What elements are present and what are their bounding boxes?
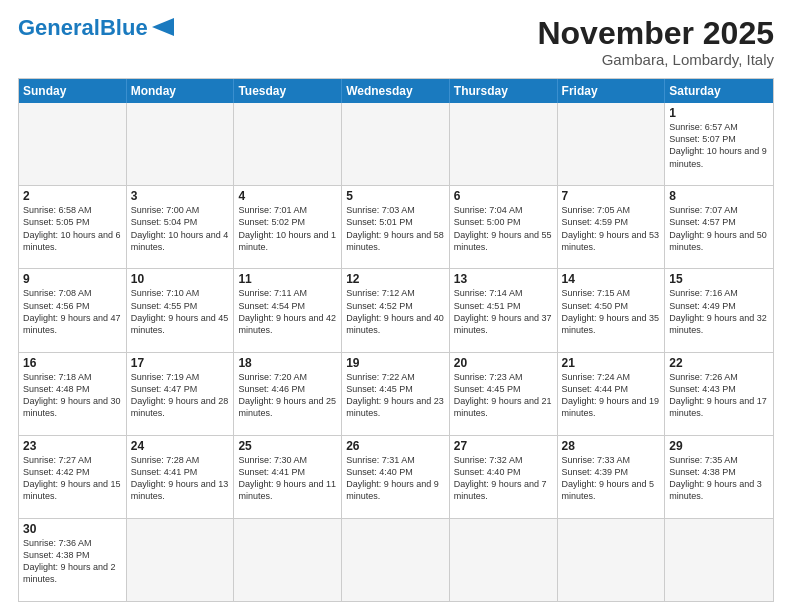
day-info: Sunrise: 7:23 AM Sunset: 4:45 PM Dayligh… (454, 371, 553, 420)
day-number: 29 (669, 439, 769, 453)
calendar-cell: 20Sunrise: 7:23 AM Sunset: 4:45 PM Dayli… (450, 353, 558, 435)
day-info: Sunrise: 7:20 AM Sunset: 4:46 PM Dayligh… (238, 371, 337, 420)
calendar-cell: 1Sunrise: 6:57 AM Sunset: 5:07 PM Daylig… (665, 103, 773, 185)
day-info: Sunrise: 7:12 AM Sunset: 4:52 PM Dayligh… (346, 287, 445, 336)
calendar-cell (127, 519, 235, 601)
day-info: Sunrise: 7:31 AM Sunset: 4:40 PM Dayligh… (346, 454, 445, 503)
day-info: Sunrise: 7:01 AM Sunset: 5:02 PM Dayligh… (238, 204, 337, 253)
day-info: Sunrise: 7:28 AM Sunset: 4:41 PM Dayligh… (131, 454, 230, 503)
calendar-cell (450, 103, 558, 185)
calendar-cell: 7Sunrise: 7:05 AM Sunset: 4:59 PM Daylig… (558, 186, 666, 268)
day-number: 21 (562, 356, 661, 370)
location: Gambara, Lombardy, Italy (537, 51, 774, 68)
day-number: 19 (346, 356, 445, 370)
day-number: 15 (669, 272, 769, 286)
day-info: Sunrise: 7:14 AM Sunset: 4:51 PM Dayligh… (454, 287, 553, 336)
calendar-cell (234, 519, 342, 601)
calendar-row: 30Sunrise: 7:36 AM Sunset: 4:38 PM Dayli… (19, 518, 773, 601)
calendar-cell (558, 103, 666, 185)
day-number: 10 (131, 272, 230, 286)
day-number: 22 (669, 356, 769, 370)
day-info: Sunrise: 7:27 AM Sunset: 4:42 PM Dayligh… (23, 454, 122, 503)
calendar-cell: 21Sunrise: 7:24 AM Sunset: 4:44 PM Dayli… (558, 353, 666, 435)
day-info: Sunrise: 7:30 AM Sunset: 4:41 PM Dayligh… (238, 454, 337, 503)
weekday-header: Friday (558, 79, 666, 103)
day-info: Sunrise: 7:19 AM Sunset: 4:47 PM Dayligh… (131, 371, 230, 420)
day-info: Sunrise: 7:05 AM Sunset: 4:59 PM Dayligh… (562, 204, 661, 253)
calendar-row: 9Sunrise: 7:08 AM Sunset: 4:56 PM Daylig… (19, 268, 773, 351)
day-number: 30 (23, 522, 122, 536)
day-number: 9 (23, 272, 122, 286)
day-info: Sunrise: 7:11 AM Sunset: 4:54 PM Dayligh… (238, 287, 337, 336)
calendar-cell: 6Sunrise: 7:04 AM Sunset: 5:00 PM Daylig… (450, 186, 558, 268)
weekday-header: Tuesday (234, 79, 342, 103)
day-info: Sunrise: 7:07 AM Sunset: 4:57 PM Dayligh… (669, 204, 769, 253)
calendar-cell: 10Sunrise: 7:10 AM Sunset: 4:55 PM Dayli… (127, 269, 235, 351)
calendar-cell (342, 519, 450, 601)
logo-general: General (18, 15, 100, 40)
day-number: 25 (238, 439, 337, 453)
logo-blue: Blue (100, 15, 148, 40)
calendar-cell (19, 103, 127, 185)
day-info: Sunrise: 7:32 AM Sunset: 4:40 PM Dayligh… (454, 454, 553, 503)
calendar-cell: 13Sunrise: 7:14 AM Sunset: 4:51 PM Dayli… (450, 269, 558, 351)
calendar-cell: 15Sunrise: 7:16 AM Sunset: 4:49 PM Dayli… (665, 269, 773, 351)
calendar-cell (450, 519, 558, 601)
weekday-header: Monday (127, 79, 235, 103)
calendar-row: 23Sunrise: 7:27 AM Sunset: 4:42 PM Dayli… (19, 435, 773, 518)
day-number: 4 (238, 189, 337, 203)
day-info: Sunrise: 6:58 AM Sunset: 5:05 PM Dayligh… (23, 204, 122, 253)
day-info: Sunrise: 7:15 AM Sunset: 4:50 PM Dayligh… (562, 287, 661, 336)
calendar-cell (127, 103, 235, 185)
calendar-cell: 8Sunrise: 7:07 AM Sunset: 4:57 PM Daylig… (665, 186, 773, 268)
calendar-cell: 9Sunrise: 7:08 AM Sunset: 4:56 PM Daylig… (19, 269, 127, 351)
day-number: 11 (238, 272, 337, 286)
calendar: SundayMondayTuesdayWednesdayThursdayFrid… (18, 78, 774, 602)
calendar-cell: 28Sunrise: 7:33 AM Sunset: 4:39 PM Dayli… (558, 436, 666, 518)
day-number: 5 (346, 189, 445, 203)
day-info: Sunrise: 7:36 AM Sunset: 4:38 PM Dayligh… (23, 537, 122, 586)
calendar-cell: 5Sunrise: 7:03 AM Sunset: 5:01 PM Daylig… (342, 186, 450, 268)
calendar-cell: 17Sunrise: 7:19 AM Sunset: 4:47 PM Dayli… (127, 353, 235, 435)
calendar-cell: 4Sunrise: 7:01 AM Sunset: 5:02 PM Daylig… (234, 186, 342, 268)
day-number: 28 (562, 439, 661, 453)
calendar-cell: 25Sunrise: 7:30 AM Sunset: 4:41 PM Dayli… (234, 436, 342, 518)
calendar-cell: 16Sunrise: 7:18 AM Sunset: 4:48 PM Dayli… (19, 353, 127, 435)
calendar-row: 1Sunrise: 6:57 AM Sunset: 5:07 PM Daylig… (19, 103, 773, 185)
weekday-header: Saturday (665, 79, 773, 103)
calendar-cell: 2Sunrise: 6:58 AM Sunset: 5:05 PM Daylig… (19, 186, 127, 268)
calendar-cell (342, 103, 450, 185)
weekday-header: Thursday (450, 79, 558, 103)
day-number: 12 (346, 272, 445, 286)
calendar-cell: 26Sunrise: 7:31 AM Sunset: 4:40 PM Dayli… (342, 436, 450, 518)
logo: GeneralBlue (18, 16, 174, 40)
calendar-cell: 29Sunrise: 7:35 AM Sunset: 4:38 PM Dayli… (665, 436, 773, 518)
day-number: 16 (23, 356, 122, 370)
day-number: 14 (562, 272, 661, 286)
calendar-cell (234, 103, 342, 185)
day-number: 7 (562, 189, 661, 203)
day-number: 18 (238, 356, 337, 370)
calendar-cell (558, 519, 666, 601)
calendar-header: SundayMondayTuesdayWednesdayThursdayFrid… (19, 79, 773, 103)
day-number: 27 (454, 439, 553, 453)
calendar-cell: 22Sunrise: 7:26 AM Sunset: 4:43 PM Dayli… (665, 353, 773, 435)
day-info: Sunrise: 7:08 AM Sunset: 4:56 PM Dayligh… (23, 287, 122, 336)
calendar-cell: 30Sunrise: 7:36 AM Sunset: 4:38 PM Dayli… (19, 519, 127, 601)
calendar-cell: 19Sunrise: 7:22 AM Sunset: 4:45 PM Dayli… (342, 353, 450, 435)
day-number: 3 (131, 189, 230, 203)
calendar-cell: 27Sunrise: 7:32 AM Sunset: 4:40 PM Dayli… (450, 436, 558, 518)
logo-text: GeneralBlue (18, 17, 148, 39)
page: GeneralBlue November 2025 Gambara, Lomba… (0, 0, 792, 612)
day-info: Sunrise: 7:16 AM Sunset: 4:49 PM Dayligh… (669, 287, 769, 336)
day-info: Sunrise: 7:22 AM Sunset: 4:45 PM Dayligh… (346, 371, 445, 420)
title-block: November 2025 Gambara, Lombardy, Italy (537, 16, 774, 68)
day-info: Sunrise: 7:00 AM Sunset: 5:04 PM Dayligh… (131, 204, 230, 253)
day-number: 23 (23, 439, 122, 453)
day-number: 2 (23, 189, 122, 203)
day-number: 1 (669, 106, 769, 120)
day-info: Sunrise: 7:10 AM Sunset: 4:55 PM Dayligh… (131, 287, 230, 336)
calendar-cell: 12Sunrise: 7:12 AM Sunset: 4:52 PM Dayli… (342, 269, 450, 351)
calendar-cell: 11Sunrise: 7:11 AM Sunset: 4:54 PM Dayli… (234, 269, 342, 351)
day-number: 17 (131, 356, 230, 370)
